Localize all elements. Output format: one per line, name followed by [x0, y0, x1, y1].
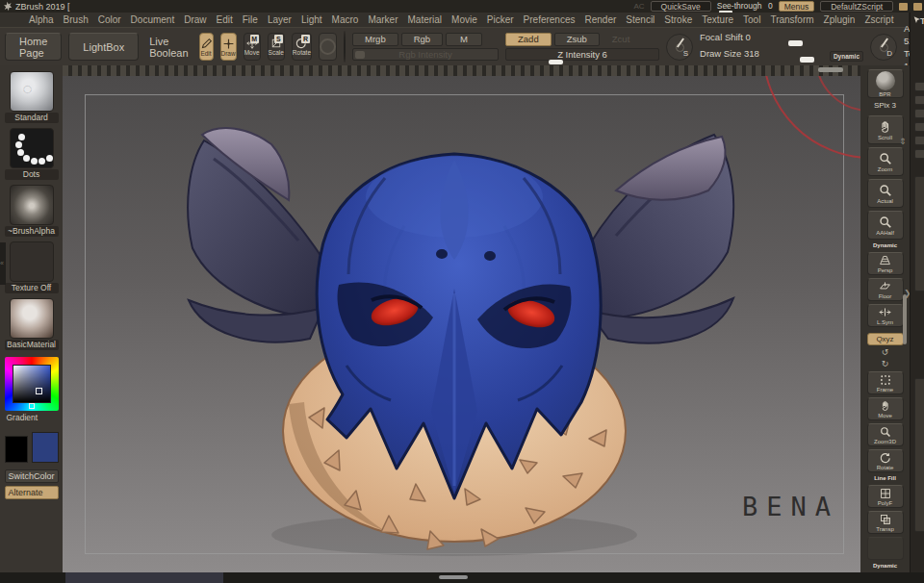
- zcut-button[interactable]: Zcut: [603, 33, 639, 46]
- color-picker-inner[interactable]: [13, 365, 51, 403]
- zoom3d-button[interactable]: Zoom3D: [867, 423, 904, 446]
- spin-right-icon[interactable]: ↻: [882, 360, 889, 368]
- material-thumbnail[interactable]: [10, 298, 54, 339]
- focal-shift-slider[interactable]: Focal Shift 0: [700, 32, 863, 46]
- actual-size-button[interactable]: Actual: [867, 179, 904, 208]
- document-canvas[interactable]: BENA: [63, 76, 860, 572]
- menu-file[interactable]: File: [243, 14, 258, 25]
- qxyz-button[interactable]: Qxyz: [867, 333, 904, 345]
- persp-button[interactable]: Persp: [867, 252, 904, 275]
- top-divider-handle[interactable]: [818, 67, 843, 72]
- menu-document[interactable]: Document: [131, 14, 175, 25]
- menu-transform[interactable]: Transform: [770, 14, 813, 25]
- transp-button[interactable]: Transp: [867, 511, 904, 534]
- menu-tool[interactable]: Tool: [743, 14, 760, 25]
- menu-material[interactable]: Material: [408, 14, 443, 25]
- menus-toggle-button[interactable]: Menus: [779, 1, 815, 12]
- menu-brush[interactable]: Brush: [64, 14, 89, 25]
- edit-mode-button[interactable]: Edit: [199, 33, 214, 61]
- menu-stencil[interactable]: Stencil: [626, 14, 654, 25]
- aahalf-button[interactable]: AAHalf: [867, 211, 904, 240]
- menu-marker[interactable]: Marker: [368, 14, 398, 25]
- focal-shift-dial[interactable]: S: [666, 34, 693, 61]
- color-picker[interactable]: [5, 357, 59, 411]
- menu-preferences[interactable]: Preferences: [524, 14, 576, 25]
- menu-zplugin[interactable]: Zplugin: [824, 14, 856, 25]
- menu-render[interactable]: Render: [585, 14, 617, 25]
- menu-color[interactable]: Color: [98, 14, 121, 25]
- menu-texture[interactable]: Texture: [702, 14, 733, 25]
- alternate-button[interactable]: Alternate: [5, 486, 59, 499]
- color-selector[interactable]: [36, 388, 42, 394]
- alpha-thumbnail[interactable]: [10, 185, 54, 225]
- tray-button-stub[interactable]: [914, 109, 924, 118]
- menu-stroke[interactable]: Stroke: [664, 14, 692, 25]
- move-mode-button[interactable]: M Move: [244, 33, 261, 61]
- main-color-swatch[interactable]: [5, 436, 28, 463]
- menu-picker[interactable]: Picker: [487, 14, 514, 25]
- spin-left-icon[interactable]: ↺: [882, 348, 889, 357]
- tray-button-stub[interactable]: [914, 122, 924, 132]
- m-button[interactable]: M: [446, 33, 482, 46]
- draw-mode-button[interactable]: Draw: [220, 33, 237, 61]
- default-zscript-button[interactable]: DefaultZScript: [820, 1, 893, 12]
- draw-size-handle[interactable]: [800, 57, 814, 63]
- home-page-button[interactable]: Home Page: [5, 33, 62, 61]
- rotate-canvas-button[interactable]: Rotate: [867, 449, 904, 472]
- top-tray-divider[interactable]: [63, 65, 860, 76]
- dynamic-draw-size-toggle[interactable]: Dynamic: [830, 51, 863, 62]
- quicksave-button[interactable]: QuickSave: [651, 1, 711, 12]
- scale-mode-button[interactable]: S Scale: [268, 33, 285, 61]
- lightbox-button[interactable]: LightBox: [68, 33, 139, 61]
- tray-button-stub[interactable]: [914, 95, 924, 105]
- zoom-button[interactable]: Zoom: [867, 147, 904, 176]
- rgb-button[interactable]: Rgb: [401, 33, 443, 46]
- menu-alpha[interactable]: Alpha: [29, 14, 54, 25]
- menu-draw[interactable]: Draw: [184, 14, 206, 25]
- menu-movie[interactable]: Movie: [451, 14, 477, 25]
- polyframe-button[interactable]: PolyF: [867, 485, 904, 508]
- draw-size-dial[interactable]: D: [870, 34, 897, 61]
- brush-modifier-button[interactable]: [319, 33, 337, 61]
- texture-thumbnail[interactable]: [10, 241, 54, 282]
- zadd-button[interactable]: Zadd: [505, 33, 552, 46]
- rgb-intensity-slider[interactable]: Rgb Intensity: [352, 48, 499, 61]
- menu-zscript[interactable]: Zscript: [864, 14, 893, 25]
- see-through-slider[interactable]: See-through 0: [717, 1, 773, 12]
- frame-button[interactable]: Frame: [867, 371, 904, 394]
- local-symmetry-button[interactable]: L.Sym: [867, 304, 904, 327]
- tray-button-stub[interactable]: [914, 136, 924, 145]
- ghost-button[interactable]: [867, 537, 904, 560]
- bottom-tray-divider[interactable]: [0, 572, 924, 583]
- z-intensity-slider[interactable]: Z Intensity 6: [505, 48, 659, 61]
- rgb-intensity-handle[interactable]: [355, 51, 365, 59]
- switch-color-button[interactable]: SwitchColor: [5, 469, 59, 483]
- doc-small-icon[interactable]: [899, 3, 908, 11]
- rotate-mode-button[interactable]: R Rotate: [292, 33, 312, 61]
- draw-size-slider[interactable]: Draw Size 318 Dynamic: [700, 48, 863, 63]
- menu-edit[interactable]: Edit: [217, 14, 233, 25]
- menu-light[interactable]: Light: [301, 14, 322, 25]
- mrgb-button[interactable]: Mrgb: [352, 33, 398, 46]
- secondary-color-swatch[interactable]: [32, 432, 59, 463]
- right-shelf-scrollbar[interactable]: [903, 294, 907, 344]
- bottom-divider-handle[interactable]: [439, 575, 468, 579]
- z-intensity-handle[interactable]: [549, 60, 563, 64]
- menu-layer[interactable]: Layer: [268, 14, 292, 25]
- tray-resize-handle[interactable]: ⇕: [899, 137, 907, 146]
- zsub-button[interactable]: Zsub: [554, 33, 600, 46]
- tray-button-stub[interactable]: [914, 149, 924, 159]
- left-tray-divider[interactable]: «: [0, 242, 6, 285]
- bpr-render-button[interactable]: BPR: [867, 69, 904, 98]
- doc-small-icon-2[interactable]: [913, 3, 922, 11]
- menu-macro[interactable]: Macro: [332, 14, 359, 25]
- focal-shift-handle[interactable]: [788, 40, 803, 46]
- brush-thumbnail[interactable]: [10, 71, 54, 112]
- stroke-thumbnail[interactable]: [10, 128, 54, 168]
- scroll-button[interactable]: Scroll: [867, 115, 904, 144]
- floor-button[interactable]: Floor: [867, 278, 904, 301]
- hue-selector[interactable]: [29, 403, 35, 409]
- live-boolean-toggle[interactable]: Live Boolean: [145, 36, 192, 59]
- move-canvas-button[interactable]: Move: [867, 397, 904, 420]
- tray-button-stub[interactable]: [914, 82, 924, 91]
